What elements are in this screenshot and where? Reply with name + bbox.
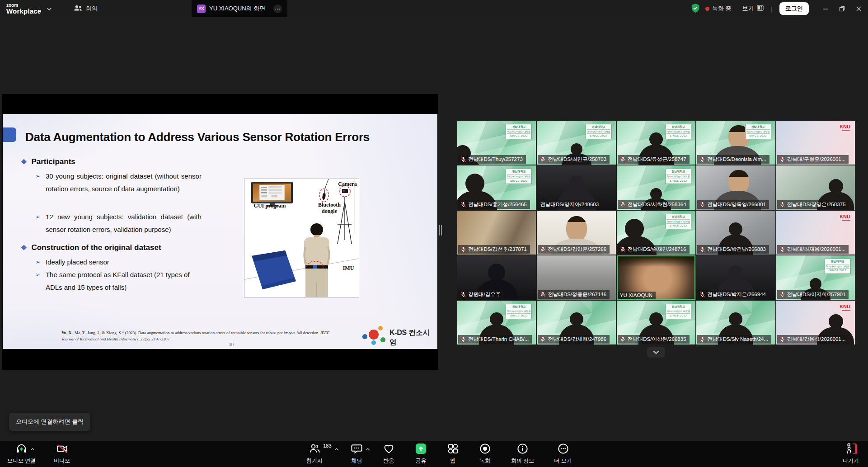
leave-door-icon: [845, 443, 858, 456]
knu-logo: KNU: [840, 304, 850, 311]
mic-muted-icon: [699, 156, 705, 162]
university-badge: 전남대학교데이터사이언스 대학원SINCE 2022: [586, 124, 612, 139]
university-badge: 전남대학교데이터사이언스 대학원SINCE 2022: [665, 169, 691, 184]
tab-more-icon[interactable]: …: [273, 5, 282, 13]
slide-section-heading: ❖ Construction of the original dataset: [21, 243, 161, 252]
participant-name-label: 전남대DS/서화현/258364: [618, 200, 690, 209]
video-button[interactable]: 비디오: [54, 443, 70, 465]
presentation-slide: Data Augmentation to Address Various Sen…: [3, 114, 437, 349]
participant-tile[interactable]: 전남대DS/박건낭/266883: [696, 211, 775, 255]
close-window-button[interactable]: [856, 6, 862, 12]
participant-name-label: 전남대DS/Thuy/257273: [458, 155, 526, 164]
tab-meeting[interactable]: 회의: [69, 0, 102, 17]
participant-tile[interactable]: 전남대학교데이터사이언스 대학원SINCE 2022 전남대DS/송재민/248…: [617, 211, 695, 255]
participant-name-label: 전남대DS/장영은/258375: [777, 200, 849, 209]
apps-button[interactable]: 앱: [447, 443, 459, 465]
login-button[interactable]: 로그인: [779, 2, 809, 15]
record-button[interactable]: 녹화: [479, 443, 491, 465]
participant-tile[interactable]: 전남대DS/양록영/266801: [696, 165, 775, 209]
minimize-button[interactable]: [822, 6, 828, 12]
meeting-info-label: 회의 정보: [511, 457, 534, 465]
participant-name-label: 전남대DS/Siv Naseth/24...: [697, 335, 771, 344]
participant-tile[interactable]: 전남대학교데이터사이언스 대학원SINCE 2022 전남대DS/류성근/258…: [617, 121, 695, 165]
panel-resize-handle[interactable]: [439, 224, 443, 236]
chat-button[interactable]: 채팅: [351, 443, 363, 465]
participant-tile[interactable]: 전남대학교데이터사이언스 대학원SINCE 2022 전남대DS/이상완/266…: [617, 301, 695, 344]
participant-tile[interactable]: 전남대학교데이터사이언스 대학원SINCE 2022 전남대DS/홍기성/256…: [457, 165, 536, 209]
university-badge: 전남대학교데이터사이언스 대학원SINCE 2022: [825, 259, 851, 274]
participant-tile[interactable]: 전남대학교데이터사이언스 대학원SINCE 2022 전남대DS/Deonisi…: [696, 121, 775, 165]
participant-tile[interactable]: 전남대DS/양지아/248603: [537, 165, 615, 209]
participant-tile[interactable]: 전남대학교데이터사이언스 대학원SINCE 2022 전남대DS/서화현/258…: [617, 165, 695, 209]
mic-muted-icon: [460, 156, 466, 162]
record-icon: [479, 443, 491, 456]
mic-muted-icon: [540, 246, 546, 252]
view-button[interactable]: 보기: [742, 5, 764, 13]
apps-label: 앱: [450, 457, 456, 465]
university-badge: 전남대학교데이터사이언스 대학원SINCE 2022: [506, 304, 532, 319]
mic-muted-icon: [699, 336, 705, 342]
participant-tile[interactable]: KNU 경북대/구형모/2026001...: [776, 121, 855, 165]
slide-title: Data Augmentation to Address Various Sen…: [25, 130, 423, 144]
recording-status-label: 녹화 중: [712, 5, 732, 13]
audio-connect-label: 오디오 연결: [7, 457, 36, 465]
diamond-bullet-icon: ❖: [21, 244, 27, 252]
participant-name-label: 전남대DS/박건낭/266883: [697, 245, 769, 254]
participant-tile[interactable]: 전남대DS/박지은/266944: [696, 255, 775, 299]
participant-tile[interactable]: 전남대학교데이터사이언스 대학원SINCE 2022 전남대DS/Tharin …: [457, 301, 536, 344]
logo-zoom-text: zoom: [6, 3, 41, 8]
participant-name-label: 경북대/최재웅/2026001...: [777, 245, 849, 254]
knu-logo: KNU: [840, 214, 850, 221]
mic-muted-icon: [540, 336, 546, 342]
more-button[interactable]: 더 보기: [554, 443, 572, 465]
participant-tile[interactable]: KNU 경북대/최재웅/2026001...: [776, 211, 855, 255]
zoom-workplace-logo[interactable]: zoom Workplace: [6, 3, 41, 14]
participant-tile[interactable]: 전남대DS/Siv Naseth/24...: [696, 301, 775, 344]
participant-tile[interactable]: KNU 경북대/강용식/2026001...: [776, 301, 855, 344]
mic-muted-icon: [779, 336, 785, 342]
tab-screen-share-label: YU XIAOQUN의 화면: [209, 5, 265, 13]
maximize-restore-button[interactable]: [839, 6, 845, 12]
collapse-grid-button[interactable]: [647, 347, 665, 358]
participant-name-label: 전남대DS/이지희/257901: [777, 290, 849, 299]
meeting-info-button[interactable]: 회의 정보: [511, 443, 534, 465]
participants-caret-icon[interactable]: [334, 446, 339, 452]
figure-label-gui: GUI program: [253, 203, 286, 209]
participant-tile[interactable]: 전남대DS/강세형/247986: [537, 301, 615, 344]
audio-options-caret-icon[interactable]: [30, 446, 35, 452]
arrow-bullet-icon: ➢: [35, 256, 40, 269]
mic-muted-icon: [699, 246, 705, 252]
participant-tile[interactable]: 전남대DS/김영훈/257266: [537, 211, 615, 255]
info-icon: [516, 443, 529, 456]
participants-button[interactable]: 183 참가자: [306, 443, 323, 465]
leave-meeting-button[interactable]: 나가기: [843, 443, 859, 465]
participant-tile[interactable]: 전남대DS/김선호/237871: [457, 211, 536, 255]
participant-tile[interactable]: 전남대학교데이터사이언스 대학원SINCE 2022 전남대DS/최민규/258…: [537, 121, 615, 165]
participant-tile[interactable]: 전남대학교데이터사이언스 대학원SINCE 2022 전남대DS/Thuy/25…: [457, 121, 536, 165]
participant-tile[interactable]: 전남대DS/장영은/258375: [776, 165, 855, 209]
kds-logo-title: K-DS 컨소시엄: [389, 328, 436, 347]
tab-screen-share[interactable]: YX YU XIAOQUN의 화면 …: [192, 0, 287, 17]
reactions-button[interactable]: 반응: [383, 443, 395, 465]
kds-logo-subtitle: Korean Data Science Consortium: [389, 348, 436, 349]
university-badge: 전남대학교데이터사이언스 대학원SINCE 2022: [745, 124, 771, 139]
share-screen-button[interactable]: 공유: [415, 443, 427, 465]
figure-label-camera: Camera: [336, 181, 359, 187]
participant-tile[interactable]: YU XIAOQUN: [617, 255, 695, 299]
participant-tile[interactable]: 전남대DS/정종윤/267146: [537, 255, 615, 299]
security-shield-icon[interactable]: [691, 3, 700, 14]
share-screen-icon: [415, 443, 427, 456]
workspace-chevron-down-icon[interactable]: [47, 5, 52, 13]
university-badge: 전남대학교데이터사이언스 대학원SINCE 2022: [665, 304, 691, 319]
figure-label-imu: IMU: [338, 265, 358, 271]
chat-caret-icon[interactable]: [366, 446, 370, 452]
record-label: 녹화: [480, 457, 491, 465]
participant-tile[interactable]: 전남대학교데이터사이언스 대학원SINCE 2022 전남대DS/이지희/257…: [776, 255, 855, 299]
share-screen-label: 공유: [416, 457, 427, 465]
mic-muted-icon: [460, 202, 466, 208]
knu-logo: KNU: [840, 124, 850, 131]
participant-tile[interactable]: 강원대/김우주: [457, 255, 536, 299]
audio-connect-tooltip: 오디오에 연결하려면 클릭: [9, 413, 90, 431]
participant-name-label: 전남대DS/김선호/237871: [458, 245, 530, 254]
audio-connect-button[interactable]: 오디오 연결: [7, 443, 36, 465]
